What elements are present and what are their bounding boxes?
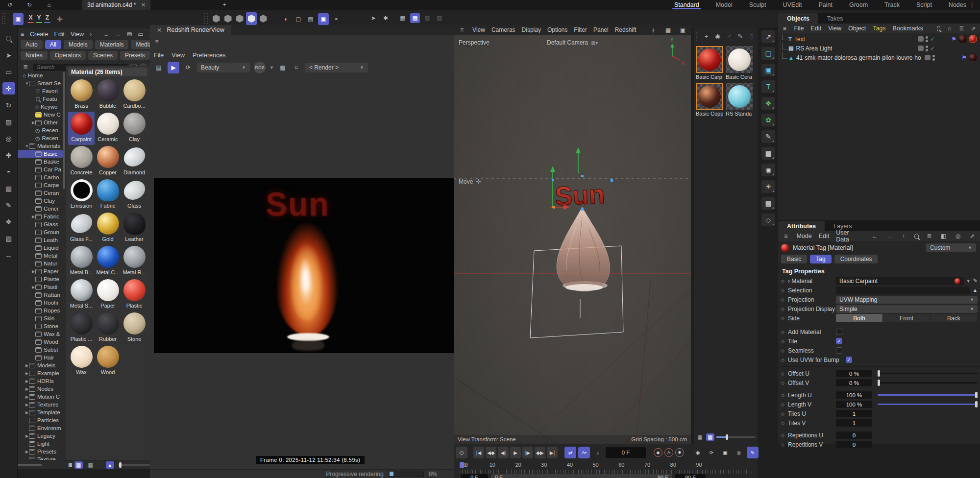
tree-item-other[interactable]: ▶Other: [18, 119, 63, 126]
material-concrete[interactable]: Concrete: [68, 145, 95, 178]
tree-item-glass[interactable]: Glass: [18, 220, 63, 228]
selection-tool-icon[interactable]: ▣: [13, 13, 24, 25]
tree-item-smart-se[interactable]: ▼Smart Se: [18, 79, 63, 87]
material-picker-icon[interactable]: ✎: [973, 278, 978, 284]
measure-tool-icon[interactable]: ↔: [2, 249, 15, 261]
vp-menu-panel[interactable]: Panel: [593, 26, 609, 33]
key-parameter-icon[interactable]: ≣: [733, 447, 745, 458]
loop-icon[interactable]: ⇄: [564, 447, 576, 458]
cube-primitive-icon[interactable]: ▣: [761, 64, 775, 76]
vp-menu-options[interactable]: Options: [547, 26, 567, 33]
obj-popout-icon[interactable]: ⇗: [971, 24, 976, 33]
attributes-tab-attributes[interactable]: Attributes: [778, 221, 825, 231]
floor-grid-icon[interactable]: ▦: [761, 147, 775, 160]
offset-v-value[interactable]: 0 %: [836, 379, 872, 386]
obj-menu-edit[interactable]: Edit: [811, 25, 822, 32]
tree-item-light[interactable]: Light: [18, 440, 63, 448]
material-gold[interactable]: Gold: [95, 212, 121, 245]
thumbnail-size-slider[interactable]: [118, 464, 150, 466]
tree-item-example[interactable]: ▶Example: [18, 369, 63, 377]
objects-tab-takes[interactable]: Takes: [818, 13, 852, 24]
render-settings-icon[interactable]: ▤: [761, 197, 775, 210]
mm-material-basic-cera[interactable]: Basic Cera: [726, 46, 753, 80]
toolbar-grip-2[interactable]: [204, 13, 208, 25]
add-material-checkbox[interactable]: [836, 329, 842, 335]
attr-menu-edit[interactable]: Edit: [819, 233, 830, 239]
object-row[interactable]: ▲41-smk-mater-dolorosa-germain-pilon-lou…: [778, 53, 980, 62]
tree-item-natur[interactable]: Natur: [18, 260, 63, 267]
tree-item-new-c[interactable]: New C: [18, 111, 63, 119]
phong-tag-icon[interactable]: ⚑: [951, 36, 956, 43]
render-region-icon[interactable]: ▢: [294, 14, 303, 24]
section-tab-basic[interactable]: Basic: [781, 255, 807, 263]
current-frame-field[interactable]: 0 F: [606, 447, 646, 458]
dither-icon[interactable]: ▩: [278, 63, 288, 72]
offset-u-value[interactable]: 0 %: [836, 370, 872, 377]
key-filter-icon[interactable]: ✎: [747, 447, 759, 458]
tree-item-rattan[interactable]: Rattan: [18, 291, 63, 299]
close-icon[interactable]: ✕: [157, 26, 162, 34]
filter-all[interactable]: All: [45, 40, 61, 49]
attr-lock-icon[interactable]: ◧: [940, 231, 947, 241]
length-v-slider[interactable]: [878, 404, 978, 405]
axis-lock-x[interactable]: X: [26, 13, 35, 24]
render-queue-icon[interactable]: ▤: [306, 14, 316, 24]
list-view-icon[interactable]: ≣: [66, 461, 74, 469]
snap-grid-icon[interactable]: ▦: [410, 13, 420, 23]
render-materials-icon[interactable]: ◉: [714, 31, 722, 41]
rgb-channel-icon[interactable]: RGB: [254, 62, 266, 73]
tree-item-environm[interactable]: Environm: [18, 424, 63, 432]
grid-toggle-icon[interactable]: ▦: [398, 13, 408, 23]
material-plastic-[interactable]: Plastic ...: [68, 311, 95, 345]
search-tool-icon[interactable]: [2, 32, 15, 45]
obj-menu-bookmarks[interactable]: Bookmarks: [893, 25, 924, 32]
tree-item-recen[interactable]: ◷Recen: [18, 134, 63, 142]
brush-tool-icon[interactable]: ❖: [2, 215, 15, 228]
side-front[interactable]: Front: [883, 314, 930, 322]
material-wood[interactable]: Wood: [95, 345, 121, 378]
mograph-cloner-icon[interactable]: ❖: [761, 97, 775, 110]
filter-presets[interactable]: Presets: [120, 51, 150, 60]
transport-next-frame-icon[interactable]: |▶: [522, 447, 533, 458]
transport-prev-frame-icon[interactable]: ◀|: [498, 447, 509, 458]
autokey-range-icon[interactable]: A▪: [578, 447, 590, 458]
tree-hscrollbar[interactable]: [18, 464, 42, 466]
display-mode-3[interactable]: [246, 12, 257, 25]
workspace-standard[interactable]: Standard: [674, 1, 699, 8]
material-diamond[interactable]: Diamond: [121, 145, 147, 178]
snap-magnet-icon[interactable]: ◓: [331, 14, 341, 24]
home-icon[interactable]: ⌂: [44, 0, 54, 10]
rv-menu-preferences[interactable]: Preferences: [193, 52, 225, 59]
transport-prev-key-icon[interactable]: ◀◆: [486, 447, 496, 458]
tree-item-legacy[interactable]: ▶Legacy: [18, 432, 63, 440]
filter-auto[interactable]: Auto: [21, 40, 43, 49]
tree-item-baske[interactable]: Baske: [18, 158, 63, 166]
display-mode-0[interactable]: [211, 12, 221, 25]
menu-view[interactable]: View: [71, 31, 84, 38]
length-v-value[interactable]: 100 %: [836, 401, 872, 408]
material-glass[interactable]: Glass: [121, 178, 147, 212]
tree-item-ceran[interactable]: Ceran: [18, 189, 63, 197]
material-plastic[interactable]: Plastic: [121, 278, 147, 311]
material-leather[interactable]: Leather: [121, 212, 147, 245]
timeline-ruler[interactable]: 0102030405060708090: [454, 462, 758, 469]
tree-item-particles[interactable]: Particles: [18, 416, 63, 424]
material-carpaint[interactable]: Carpaint: [68, 112, 95, 145]
tree-item-textures[interactable]: ▶Textures: [18, 401, 63, 408]
enabled-check-icon[interactable]: ✓: [930, 36, 935, 43]
tiles-u-value[interactable]: 1: [836, 410, 872, 417]
repetitions-u-value[interactable]: 0: [836, 431, 872, 439]
material-bubble[interactable]: Bubble: [95, 78, 121, 112]
detail-list-icon[interactable]: ≡: [95, 461, 103, 469]
vp-menu-cameras[interactable]: Cameras: [491, 26, 515, 33]
tree-item-fabric[interactable]: ▶Fabric: [18, 213, 63, 220]
projection-dropdown[interactable]: UVW Mapping▼: [836, 296, 978, 304]
editor-toggle[interactable]: [925, 55, 931, 60]
toolbar-grip[interactable]: [1, 13, 5, 25]
object-row[interactable]: TText✓⚑: [778, 34, 980, 44]
camera-object-icon[interactable]: ◉: [761, 164, 775, 176]
visibility-dots[interactable]: [932, 55, 935, 61]
mograph-matrix-icon[interactable]: ✿: [761, 114, 775, 126]
offset-u-slider[interactable]: [878, 373, 978, 374]
mm-size-slider[interactable]: [716, 436, 756, 438]
